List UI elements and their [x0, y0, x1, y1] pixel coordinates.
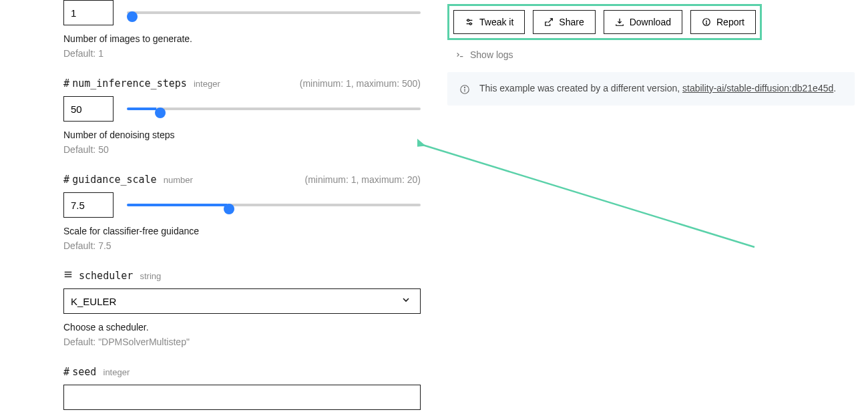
seed-input[interactable] [63, 385, 421, 410]
guidance-scale-slider[interactable] [127, 204, 421, 206]
info-icon [459, 84, 470, 95]
param-type: string [140, 271, 161, 281]
download-button[interactable]: Download [604, 10, 682, 34]
show-logs-toggle[interactable]: Show logs [455, 49, 855, 60]
param-range: (minimum: 1, maximum: 500) [300, 78, 421, 89]
share-icon [544, 17, 554, 27]
param-type: number [164, 175, 193, 185]
param-type: integer [194, 79, 220, 89]
list-icon [63, 270, 79, 282]
info-text: This example was created by a different … [479, 83, 682, 93]
action-bar: Tweak it Share Download Report [447, 4, 762, 40]
param-default: Default: 50 [63, 144, 421, 155]
guidance-scale-input[interactable] [63, 192, 114, 218]
svg-point-14 [464, 87, 465, 87]
svg-point-6 [469, 23, 471, 25]
param-num-outputs: Number of images to generate. Default: 1 [63, 0, 421, 59]
scheduler-select[interactable]: K_EULER [63, 288, 421, 314]
param-guidance-scale: # guidance_scale number (minimum: 1, max… [63, 174, 421, 251]
param-label: seed [72, 366, 96, 378]
svg-point-10 [706, 23, 707, 24]
version-link[interactable]: stability-ai/stable-diffusion:db21e45d [682, 83, 833, 93]
param-default: Default: "DPMSolverMultistep" [63, 337, 421, 347]
hash-icon: # [63, 77, 69, 89]
param-desc: Choose a scheduler. [63, 322, 421, 333]
tweak-button[interactable]: Tweak it [453, 10, 525, 34]
svg-line-7 [548, 19, 552, 23]
param-num-inference-steps: # num_inference_steps integer (minimum: … [63, 77, 421, 155]
hash-icon: # [63, 174, 69, 186]
sliders-icon [465, 17, 474, 27]
param-desc: Number of denoising steps [63, 130, 421, 140]
info-text-post: . [833, 83, 836, 93]
version-info-box: This example was created by a different … [447, 72, 855, 106]
report-button[interactable]: Report [690, 10, 756, 34]
num-outputs-desc: Number of images to generate. [63, 33, 421, 44]
num-inference-steps-input[interactable] [63, 96, 114, 122]
num-inference-steps-slider[interactable] [127, 108, 421, 110]
hash-icon: # [63, 366, 69, 378]
num-outputs-slider[interactable] [127, 11, 421, 14]
download-icon [615, 17, 624, 27]
param-label: guidance_scale [72, 174, 156, 186]
param-seed: # seed integer [63, 366, 421, 410]
param-type: integer [103, 367, 130, 377]
share-button[interactable]: Share [533, 10, 595, 34]
num-outputs-input[interactable] [63, 0, 114, 25]
svg-point-4 [467, 19, 469, 21]
param-scheduler: scheduler string K_EULER Choose a schedu… [63, 270, 421, 347]
param-default: Default: 7.5 [63, 240, 421, 251]
param-desc: Scale for classifier-free guidance [63, 226, 421, 236]
param-label: scheduler [79, 270, 133, 282]
param-label: num_inference_steps [72, 77, 187, 89]
param-range: (minimum: 1, maximum: 20) [305, 174, 421, 185]
terminal-icon [455, 50, 465, 59]
alert-icon [702, 17, 711, 27]
num-outputs-default: Default: 1 [63, 48, 421, 59]
